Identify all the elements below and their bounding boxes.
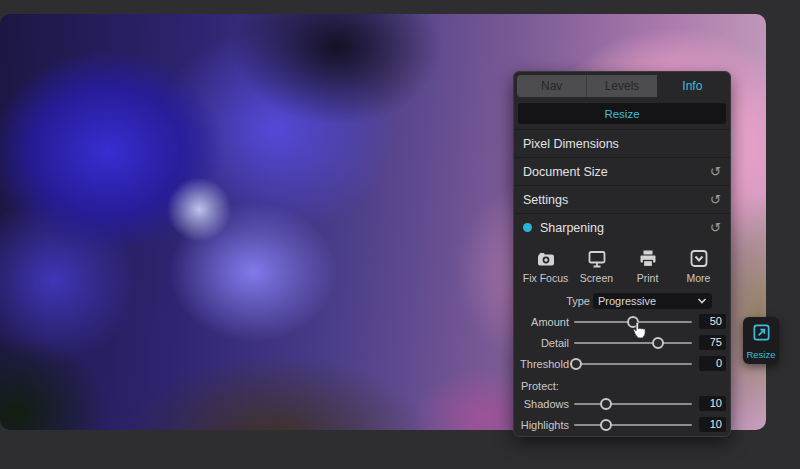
- type-dropdown-value: Progressive: [598, 295, 697, 307]
- section-document-size[interactable]: Document Size ↻: [514, 158, 730, 186]
- preset-more[interactable]: More: [673, 248, 724, 284]
- section-label: Document Size: [523, 165, 608, 179]
- monitor-icon: [586, 248, 608, 270]
- section-pixel-dimensions[interactable]: Pixel Dimensions: [514, 130, 730, 158]
- more-icon: [688, 248, 710, 270]
- reset-icon[interactable]: ↻: [710, 165, 721, 178]
- section-sharpening[interactable]: Sharpening ↻: [514, 214, 730, 241]
- type-row: Type Progressive: [514, 292, 730, 309]
- slider-track[interactable]: [574, 363, 692, 365]
- slider-row-threshold: Threshold 0: [514, 353, 730, 374]
- sharpening-enabled-dot[interactable]: [523, 223, 532, 232]
- preset-label: Print: [637, 272, 659, 284]
- preset-label: Screen: [580, 272, 613, 284]
- slider-label: Highlights: [514, 419, 569, 431]
- app-window: Nav Levels Info Resize Pixel Dimensions …: [0, 0, 800, 469]
- printer-icon: [637, 248, 659, 270]
- section-settings[interactable]: Settings ↻: [514, 186, 730, 214]
- slider-track[interactable]: [574, 424, 692, 426]
- preset-label: More: [687, 272, 711, 284]
- type-dropdown[interactable]: Progressive: [593, 293, 712, 309]
- preset-fix-focus[interactable]: Fix Focus: [520, 248, 571, 284]
- slider-label: Amount: [514, 316, 569, 328]
- section-label: Settings: [523, 193, 568, 207]
- slider-label: Detail: [514, 337, 569, 349]
- resize-tool-label: Resize: [746, 349, 775, 360]
- shadows-slider[interactable]: [574, 396, 692, 412]
- resize-tool-button[interactable]: Resize: [743, 317, 779, 364]
- preset-screen[interactable]: Screen: [571, 248, 622, 284]
- slider-row-highlights: Highlights 10: [514, 414, 730, 435]
- panel-tabbar: Nav Levels Info: [517, 75, 727, 97]
- resize-tool-icon: [751, 322, 772, 347]
- threshold-slider-handle[interactable]: [570, 358, 582, 370]
- hand-cursor-icon: [630, 320, 647, 344]
- preset-print[interactable]: Print: [622, 248, 673, 284]
- tab-info[interactable]: Info: [657, 75, 727, 97]
- section-list: Pixel Dimensions Document Size ↻ Setting…: [514, 129, 730, 241]
- threshold-value[interactable]: 0: [699, 356, 726, 371]
- highlights-slider-handle[interactable]: [600, 419, 612, 431]
- slider-track[interactable]: [574, 403, 692, 405]
- shadows-slider-handle[interactable]: [600, 398, 612, 410]
- info-panel: Nav Levels Info Resize Pixel Dimensions …: [513, 71, 731, 437]
- tab-levels[interactable]: Levels: [586, 75, 656, 97]
- slider-label: Threshold: [514, 358, 569, 370]
- slider-label: Shadows: [514, 398, 569, 410]
- highlights-slider[interactable]: [574, 417, 692, 433]
- slider-row-detail: Detail 75: [514, 332, 730, 353]
- slider-row-skin: Skin 0: [514, 435, 730, 437]
- slider-row-amount: Amount 50: [514, 311, 730, 332]
- preset-label: Fix Focus: [523, 272, 569, 284]
- section-label: Pixel Dimensions: [523, 137, 619, 151]
- shadows-value[interactable]: 10: [699, 396, 726, 411]
- highlights-value[interactable]: 10: [699, 417, 726, 432]
- sharpening-presets: Fix Focus Screen: [514, 241, 730, 287]
- tab-nav[interactable]: Nav: [517, 75, 586, 97]
- detail-slider-handle[interactable]: [652, 337, 664, 349]
- chevron-down-icon: [697, 295, 707, 307]
- slider-row-shadows: Shadows 10: [514, 393, 730, 414]
- section-label: Sharpening: [540, 221, 604, 235]
- threshold-slider[interactable]: [574, 356, 692, 372]
- reset-icon[interactable]: ↻: [710, 221, 721, 234]
- resize-mode-button[interactable]: Resize: [518, 103, 726, 124]
- reset-icon[interactable]: ↻: [710, 193, 721, 206]
- protect-heading: Protect:: [514, 374, 730, 393]
- amount-value[interactable]: 50: [699, 314, 726, 329]
- detail-value[interactable]: 75: [699, 335, 726, 350]
- amount-slider[interactable]: [574, 314, 692, 330]
- type-label: Type: [514, 295, 590, 307]
- camera-icon: [535, 248, 557, 270]
